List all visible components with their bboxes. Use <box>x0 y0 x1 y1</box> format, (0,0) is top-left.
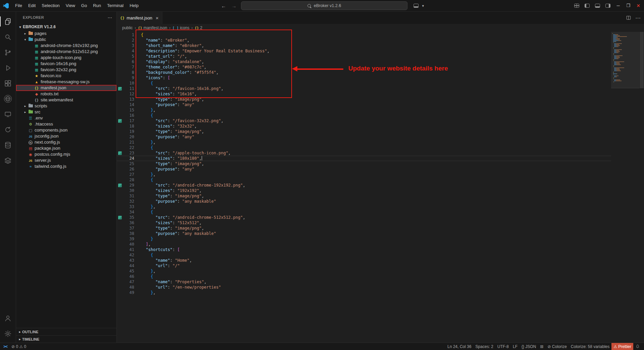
code-line-13[interactable]: 13 "type": "image/png", <box>117 97 611 102</box>
tab-manifest-json[interactable]: {}manifest.json× <box>117 12 162 24</box>
code-line-8[interactable]: 8 "background_color": "#f5f5f4", <box>117 70 611 75</box>
code-line-27[interactable]: 27 }, <box>117 172 611 177</box>
tree-item-htaccess[interactable]: ⚙.htaccess <box>16 121 116 127</box>
code-line-23[interactable]: 23 "src": "/apple-touch-icon.png", <box>117 150 611 156</box>
menu-help[interactable]: Help <box>127 0 142 11</box>
live-share-icon[interactable] <box>0 91 16 106</box>
minimap[interactable] <box>611 32 639 343</box>
tree-item-firebase-messaging-sw-js[interactable]: ▲firebase-messaging-sw.js <box>16 79 116 85</box>
code-line-1[interactable]: 1{ <box>117 32 611 38</box>
code-line-42[interactable]: 42 { <box>117 252 611 258</box>
database-icon[interactable] <box>0 137 16 153</box>
code-line-30[interactable]: 30 "sizes": "192x192", <box>117 188 611 193</box>
problems[interactable]: ⊘ 0 ⚠ 0 <box>9 344 28 349</box>
go-back-icon[interactable]: ← <box>220 3 227 9</box>
menu-run[interactable]: Run <box>90 0 104 11</box>
code-line-31[interactable]: 31 "type": "image/png", <box>117 193 611 199</box>
tree-item-manifest-json[interactable]: {}manifest.json <box>16 85 116 91</box>
menu-go[interactable]: Go <box>78 0 90 11</box>
toggle-panel-icon[interactable] <box>595 4 600 8</box>
tree-item-android-chrome-512x512-png[interactable]: ▦android-chrome-512x512.png <box>16 49 116 55</box>
prettier[interactable]: ⚠ Prettier <box>611 343 633 350</box>
code-line-36[interactable]: 36 "sizes": "512x512", <box>117 220 611 226</box>
vertical-scrollbar[interactable] <box>639 32 644 343</box>
code-line-3[interactable]: 3 "short_name": "eBroker", <box>117 43 611 48</box>
tree-item-public[interactable]: ▾public <box>16 37 116 43</box>
menu-view[interactable]: View <box>63 0 78 11</box>
tree-item-favicon-ico[interactable]: ★favicon.ico <box>16 73 116 79</box>
code-line-10[interactable]: 10 { <box>117 81 611 86</box>
language-mode[interactable]: {} JSON <box>519 344 538 349</box>
colorize-toggle[interactable]: ⊘ Colorize <box>545 344 568 349</box>
tree-item-apple-touch-icon-png[interactable]: ▦apple-touch-icon.png <box>16 55 116 61</box>
timeline-section[interactable]: ▸ TIMELINE <box>16 335 116 343</box>
tree-item-pages[interactable]: ▸pages <box>16 31 116 37</box>
extensions-icon[interactable] <box>0 76 16 91</box>
code-line-6[interactable]: 6 "display": "standalone", <box>117 59 611 64</box>
more-actions-icon[interactable]: ⋯ <box>108 15 112 20</box>
minimize-button[interactable]: ─ <box>613 0 623 11</box>
code-line-48[interactable]: 48 "url": "/en-new/properties" <box>117 285 611 290</box>
breadcrumb-item-public[interactable]: public <box>122 26 133 30</box>
image-preview-gutter-icon[interactable] <box>118 119 122 123</box>
search-icon[interactable] <box>0 29 16 45</box>
indentation[interactable]: Spaces: 2 <box>474 344 495 349</box>
source-control-icon[interactable] <box>0 45 16 60</box>
image-preview-gutter-icon[interactable] <box>118 151 122 155</box>
remote-explorer-icon[interactable] <box>0 106 16 122</box>
code-line-16[interactable]: 16 { <box>117 113 611 118</box>
tree-item-favicon-16x16-png[interactable]: ▦favicon-16x16.png <box>16 61 116 67</box>
code-line-25[interactable]: 25 "type": "image/png", <box>117 161 611 166</box>
split-editor-icon[interactable] <box>626 15 631 20</box>
menu-edit[interactable]: Edit <box>25 0 39 11</box>
tree-item-tailwind-config-js[interactable]: ≈tailwind.config.js <box>16 163 116 169</box>
accounts-icon[interactable] <box>0 310 16 326</box>
code-line-12[interactable]: 12 "sizes": "16x16", <box>117 91 611 97</box>
code-line-2[interactable]: 2 "name": "eBroker", <box>117 38 611 43</box>
code-line-7[interactable]: 7 "theme_color": "#087c7c", <box>117 64 611 70</box>
tree-item-postcss-config-mjs[interactable]: ◉postcss.config.mjs <box>16 151 116 157</box>
code-line-17[interactable]: 17 "src": "/favicon-32x32.png", <box>117 118 611 123</box>
search-input[interactable]: eBroker v1.2.6 <box>241 1 407 10</box>
code-line-9[interactable]: 9 "icons": [ <box>117 75 611 81</box>
explorer-icon[interactable] <box>0 14 16 29</box>
tree-item-robots-txt[interactable]: ◆robots.txt <box>16 91 116 97</box>
breadcrumb-item-manifest-json[interactable]: {}manifest.json <box>138 26 167 30</box>
image-preview-gutter-icon[interactable] <box>118 184 122 187</box>
code-line-18[interactable]: 18 "sizes": "32x32", <box>117 123 611 129</box>
code-line-47[interactable]: 47 "name": "Properties", <box>117 279 611 285</box>
code-line-26[interactable]: 26 "purpose": "any" <box>117 166 611 172</box>
code-line-49[interactable]: 49 }, <box>117 290 611 295</box>
containers-icon[interactable] <box>0 153 16 168</box>
code-line-46[interactable]: 46 { <box>117 274 611 279</box>
code-line-33[interactable]: 33 }, <box>117 204 611 209</box>
remote-indicator[interactable]: >< <box>0 344 9 349</box>
grid[interactable]: ⊞ <box>538 344 545 349</box>
code-line-15[interactable]: 15 }, <box>117 107 611 113</box>
code-line-32[interactable]: 32 "purpose": "any maskable" <box>117 199 611 204</box>
customize-layout-icon[interactable]: ▾ <box>411 4 424 8</box>
code-line-21[interactable]: 21 }, <box>117 140 611 145</box>
toggle-primary-sidebar-icon[interactable] <box>585 4 590 8</box>
tree-item-android-chrome-192x192-png[interactable]: ▦android-chrome-192x192.png <box>16 43 116 49</box>
menu-file[interactable]: File <box>12 0 25 11</box>
code-line-4[interactable]: 4 "description": "Empower Your Real Esta… <box>117 48 611 54</box>
close-button[interactable]: ✕ <box>633 0 643 11</box>
tree-item-jsconfig-json[interactable]: JSjsconfig.json <box>16 133 116 139</box>
code-line-34[interactable]: 34 { <box>117 209 611 215</box>
scrollbar-slider[interactable] <box>640 32 644 88</box>
tree-item-server-js[interactable]: JSserver.js <box>16 157 116 163</box>
code-line-39[interactable]: 39 } <box>117 236 611 242</box>
cursor-position[interactable]: Ln 24, Col 36 <box>445 344 473 349</box>
tree-item-src[interactable]: ▸src <box>16 109 116 115</box>
go-forward-icon[interactable]: → <box>231 3 238 9</box>
tree-item-components-json[interactable]: ▢components.json <box>16 127 116 133</box>
code-line-35[interactable]: 35 "src": "/android-chrome-512x512.png", <box>117 215 611 220</box>
eol[interactable]: LF <box>511 344 519 349</box>
code-line-40[interactable]: 40 ], <box>117 242 611 247</box>
run-and-debug-icon[interactable] <box>0 60 16 76</box>
code-line-20[interactable]: 20 "purpose": "any" <box>117 134 611 140</box>
tree-item-env[interactable]: ☰.env <box>16 115 116 121</box>
code-line-28[interactable]: 28 { <box>117 177 611 183</box>
encoding[interactable]: UTF-8 <box>495 344 511 349</box>
